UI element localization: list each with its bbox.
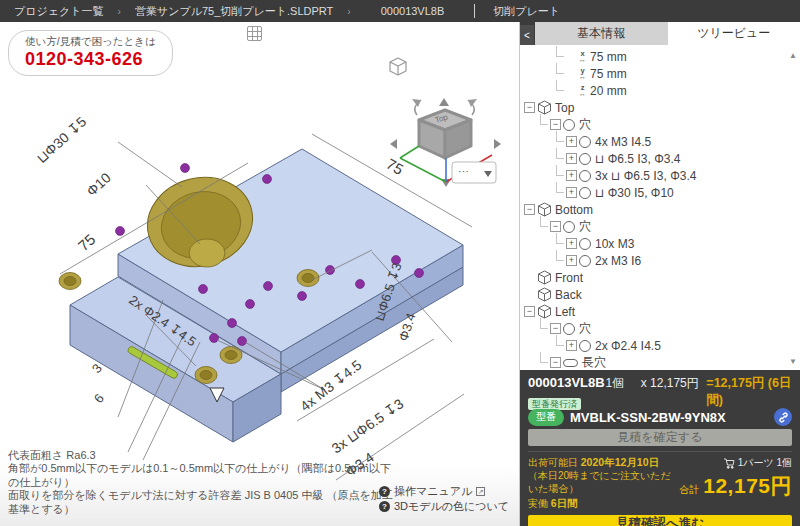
tree-connector — [556, 148, 564, 159]
viewer-more-button[interactable]: ··· — [452, 162, 496, 183]
rotate-right-icon[interactable] — [468, 99, 477, 115]
hole-icon — [579, 136, 591, 148]
pan-right-arrow[interactable] — [494, 139, 501, 149]
tree-expander[interactable]: − — [524, 306, 535, 317]
tree-item[interactable]: +⊔ Φ30 Ⅰ5, Φ10 — [520, 184, 800, 201]
tree-item[interactable]: z↔20 mm — [520, 82, 800, 99]
tree-connector — [556, 165, 564, 176]
tree-item[interactable]: −長穴 — [520, 354, 800, 370]
tree-expander[interactable]: − — [524, 102, 535, 113]
shipping-info: 出荷可能日 2020年12月10日 （本日20時までにご注文いただいた場合） 実… — [528, 456, 679, 510]
breadcrumb-projects[interactable]: プロジェクト一覧 — [0, 4, 118, 19]
cart-icon — [723, 458, 735, 469]
breadcrumb: プロジェクト一覧 › 営業サンプル75_切削プレート.SLDPRT › 0000… — [0, 0, 800, 22]
model-number-row: 型番 MVBLK-SSN-2BW-9YN8X — [528, 408, 792, 426]
badge-row: 型番発行済 — [528, 393, 792, 408]
manual-link[interactable]: ? 操作マニュアル ↗ — [379, 484, 509, 499]
unit-price: x 12,175円 — [641, 375, 707, 392]
tree-connector — [540, 216, 548, 227]
panel-tabbar: < 基本情報 ツリービュー — [520, 22, 800, 45]
dimension-icon: x↔ — [579, 51, 586, 63]
tree-expander[interactable]: + — [566, 340, 577, 351]
tree-item-label: 2x Φ2.4 Ⅰ4.5 — [595, 339, 661, 353]
tree-connector — [540, 352, 548, 363]
tree-item[interactable]: −Bottom — [520, 201, 800, 218]
tree-expander[interactable]: − — [550, 119, 561, 130]
part-id: 000013VL8B — [528, 375, 605, 390]
hole-icon — [563, 119, 575, 131]
part-model[interactable] — [70, 149, 463, 442]
view-navigation[interactable]: Top ··· — [390, 58, 501, 187]
cart-summary: 1パーツ 1個 — [679, 456, 792, 470]
isometric-view-icon[interactable] — [390, 58, 406, 75]
hole-icon — [579, 255, 591, 267]
tree-item-label: Top — [555, 101, 574, 115]
tree-connector — [556, 233, 564, 244]
tree-item[interactable]: Back — [520, 286, 800, 303]
tree-connector — [556, 335, 564, 346]
tree-item[interactable]: Front — [520, 269, 800, 286]
dimension-icon: y↔ — [579, 68, 586, 80]
tree-expander[interactable]: − — [524, 204, 535, 215]
tree-item[interactable]: −Top — [520, 99, 800, 116]
tab-basic-info[interactable]: 基本情報 — [535, 22, 668, 45]
question-icon: ? — [379, 486, 390, 497]
order-summary-panel: 000013VL8B 1個 x 12,175円 =12,175円 (6日間) 型… — [520, 370, 800, 526]
tree-expander[interactable]: + — [566, 170, 577, 181]
question-icon: ? — [379, 501, 390, 512]
tree-expander[interactable]: + — [566, 238, 577, 249]
face-cube-icon — [537, 287, 552, 302]
doc-tab-part-name[interactable]: 切削プレート — [475, 0, 578, 22]
tree-expander[interactable]: + — [566, 187, 577, 198]
hole-icon — [579, 153, 591, 165]
tree-item[interactable]: +2x Φ2.4 Ⅰ4.5 — [520, 337, 800, 354]
confirm-quote-button[interactable]: 見積を確定する — [528, 429, 792, 446]
tree-item-label: 4x M3 Ⅰ4.5 — [595, 135, 651, 149]
tilt-up-arrow[interactable] — [439, 98, 449, 106]
hole-icon — [579, 187, 591, 199]
tree-item[interactable]: −Left — [520, 303, 800, 320]
dimension-icon: z↔ — [579, 85, 586, 97]
rotate-left-icon[interactable] — [412, 99, 421, 115]
tree-expander[interactable]: + — [566, 136, 577, 147]
proceed-to-quote-button[interactable]: 見積確認へ進む — [528, 515, 792, 526]
panel-collapse-button[interactable]: < — [520, 25, 534, 45]
quantity: 1個 — [605, 375, 640, 392]
model-colors-link[interactable]: ? 3Dモデルの色について — [379, 499, 509, 514]
breadcrumb-file[interactable]: 営業サンプル75_切削プレート.SLDPRT — [121, 4, 347, 19]
tree-item-label: 3x ⊔ Φ6.5 Ⅰ3, Φ3.4 — [595, 169, 696, 183]
doc-tab-part-id[interactable]: 000013VL8B — [351, 0, 475, 22]
tree-expander[interactable]: − — [550, 357, 561, 368]
tree-item-label: 2x M3 Ⅰ6 — [595, 254, 641, 268]
pan-left-arrow[interactable] — [390, 139, 397, 149]
tab-tree-view[interactable]: ツリービュー — [668, 22, 800, 45]
svg-text:3x ⊔Φ6.5 ↧3: 3x ⊔Φ6.5 ↧3 — [329, 395, 407, 456]
tree-item[interactable]: +2x M3 Ⅰ6 — [520, 252, 800, 269]
model-number-label: 型番 — [528, 409, 564, 426]
tree-expander[interactable]: − — [550, 221, 561, 232]
face-cube-icon — [537, 270, 552, 285]
tree-item-label: Front — [555, 271, 583, 285]
tree-connector — [556, 63, 564, 74]
tree-item-label: ⊔ Φ30 Ⅰ5, Φ10 — [595, 186, 674, 200]
price-line: 000013VL8B 1個 x 12,175円 =12,175円 (6日間) — [528, 375, 792, 393]
tree-expander[interactable]: + — [566, 255, 577, 266]
model-number-value: MVBLK-SSN-2BW-9YN8X — [570, 410, 768, 425]
viewport-layout-icon[interactable] — [247, 26, 262, 41]
tree-item-label: 75 mm — [590, 50, 627, 64]
tree-item-label: 穴 — [579, 218, 591, 235]
tree-expander[interactable]: + — [566, 153, 577, 164]
grand-total: 合計12,175円 — [679, 472, 792, 500]
scroll-up-arrow[interactable]: ▲ — [789, 51, 797, 60]
tree-expander[interactable]: − — [550, 323, 561, 334]
scroll-down-arrow[interactable]: ▼ — [789, 357, 797, 366]
right-panel: < 基本情報 ツリービュー x↔75 mmy↔75 mmz↔20 mm−Top−… — [520, 22, 800, 526]
help-links: ? 操作マニュアル ↗ ? 3Dモデルの色について — [379, 484, 509, 514]
support-phone-badge: 使い方/見積で困ったときは 0120-343-626 — [8, 30, 173, 76]
copy-link-button[interactable] — [774, 408, 792, 426]
hole-icon — [579, 238, 591, 250]
tree-item-label: 20 mm — [590, 84, 627, 98]
3d-viewport[interactable]: 75 75 ⊔Φ30 ↧5 Φ10 2x Φ2.4 ↧4.5 4x M3 ↧4.… — [0, 22, 520, 526]
tree-connector — [540, 114, 548, 125]
support-phone-number: 0120-343-626 — [25, 49, 156, 70]
